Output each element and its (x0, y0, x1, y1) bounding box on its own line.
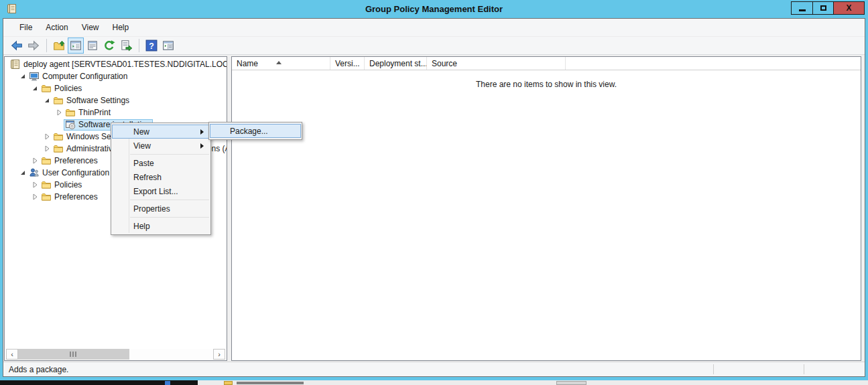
folder-icon (53, 131, 64, 142)
titlebar[interactable]: Group Policy Management Editor X (0, 0, 868, 18)
tree-expander-collapsed-icon[interactable] (42, 132, 52, 141)
menu-item-export-list[interactable]: Export List... (112, 184, 210, 198)
menu-view[interactable]: View (75, 20, 106, 35)
minimize-icon (799, 9, 806, 11)
scrollbar-track[interactable] (129, 349, 213, 360)
tree-expander-expanded-icon[interactable] (42, 96, 52, 105)
menu-item-properties[interactable]: Properties (112, 202, 210, 216)
folder-icon (41, 191, 52, 202)
column-header-versi[interactable]: Versi... (330, 57, 365, 70)
console-tree-toggle-button[interactable] (68, 37, 84, 54)
results-pane: NameVersi...Deployment st...Source There… (231, 56, 861, 361)
tree-item[interactable]: deploy agent [SERVTESAD01.TESTES.NDDIGIT… (5, 58, 227, 70)
folder-icon (53, 143, 64, 154)
menu-item-package[interactable]: Package... (210, 124, 301, 138)
scroll-right-button[interactable]: › (213, 349, 225, 360)
toolbar-separator (139, 39, 139, 52)
menubar: File Action View Help (3, 19, 865, 37)
export-list-button[interactable] (118, 37, 134, 54)
tree-expander-expanded-icon[interactable] (18, 72, 27, 81)
column-header-filler (566, 57, 861, 70)
menu-item-label: Refresh (133, 173, 162, 182)
menu-item-label: New (133, 127, 149, 137)
tree-item-label: deploy agent [SERVTESAD01.TESTES.NDDIGIT… (23, 60, 227, 69)
tree-expander-expanded-icon[interactable] (30, 84, 40, 93)
tree-expander-collapsed-icon[interactable] (42, 144, 52, 153)
tree-expander-collapsed-icon[interactable] (30, 180, 40, 189)
tree-item-label: Policies (54, 84, 82, 93)
forward-button[interactable] (25, 37, 42, 54)
close-icon: X (846, 4, 851, 12)
tree-horizontal-scrollbar[interactable]: ‹ › (6, 349, 225, 360)
refresh-icon (103, 40, 115, 52)
up-one-level-button[interactable] (51, 37, 67, 54)
menu-help[interactable]: Help (106, 20, 136, 35)
tree-item[interactable]: ThinPrint (5, 106, 227, 119)
action-pane-icon (162, 40, 174, 52)
column-label: Versi... (335, 59, 360, 68)
menu-action[interactable]: Action (39, 20, 74, 35)
folder-icon (65, 107, 76, 118)
close-button[interactable]: X (833, 2, 864, 14)
tree-item-label: Preferences (54, 192, 98, 202)
scroll-left-button[interactable]: ‹ (6, 349, 18, 360)
properties-button[interactable] (84, 37, 101, 54)
folder-icon (53, 95, 64, 106)
menu-file[interactable]: File (13, 20, 39, 35)
menu-item-refresh[interactable]: Refresh (112, 170, 210, 184)
tree-expander-none-icon (54, 120, 64, 129)
tree-expander-collapsed-icon[interactable] (30, 156, 40, 165)
column-header-name[interactable]: Name (232, 57, 330, 70)
gpo-icon (10, 59, 21, 70)
column-label: Name (237, 59, 258, 68)
folder-icon (224, 381, 233, 385)
status-message: Adds a package. (9, 365, 68, 374)
tree-expander-collapsed-icon[interactable] (30, 192, 40, 202)
submenu-arrow-icon (200, 129, 204, 135)
export-list-icon (120, 40, 132, 52)
menu-item-view[interactable]: View (112, 139, 210, 153)
menu-item-label: Paste (133, 159, 154, 168)
maximize-icon (820, 5, 826, 11)
background-desktop (0, 380, 868, 385)
minimize-button[interactable] (792, 2, 812, 14)
action-pane-toggle-button[interactable] (160, 37, 176, 54)
help-button[interactable]: ? (143, 37, 160, 54)
computer-icon (29, 71, 40, 82)
column-label: Deployment st... (369, 59, 427, 68)
scrollbar-grip-icon (70, 352, 78, 357)
tree-expander-expanded-icon[interactable] (18, 168, 27, 177)
tree-expander-collapsed-icon[interactable] (54, 108, 64, 117)
statusbar: Adds a package. (3, 362, 865, 376)
menu-item-new[interactable]: New (112, 125, 210, 139)
tree-item[interactable]: Software Settings (5, 94, 227, 106)
background-window-fragment (556, 381, 586, 385)
maximize-button[interactable] (812, 2, 833, 14)
tree-item-label: Preferences (54, 156, 98, 165)
tree-item[interactable]: Computer Configuration (5, 70, 227, 82)
back-button[interactable] (9, 37, 25, 54)
list-header: NameVersi...Deployment st...Source (232, 57, 861, 70)
tree-item-label: Policies (54, 180, 82, 189)
toolbar: ? (3, 37, 865, 55)
submenu-arrow-icon (200, 143, 204, 149)
menu-item-help[interactable]: Help (112, 219, 210, 233)
folder-icon (41, 155, 52, 166)
menu-separator (130, 200, 209, 200)
tree-item[interactable]: Policies (5, 82, 227, 94)
statusbar-separator (713, 364, 714, 374)
scrollbar-thumb[interactable] (18, 349, 129, 360)
svg-text:?: ? (149, 42, 154, 51)
menu-item-label: Package... (230, 127, 268, 136)
menu-item-paste[interactable]: Paste (112, 156, 210, 170)
menu-separator (130, 154, 209, 155)
arrow-right-icon (27, 40, 40, 52)
folder-icon (41, 179, 52, 190)
background-window-fragment (165, 381, 170, 385)
column-header-source[interactable]: Source (427, 57, 566, 70)
refresh-button[interactable] (101, 37, 117, 54)
menu-item-label: View (133, 141, 151, 151)
menu-separator (130, 217, 209, 218)
column-header-deploymentst[interactable]: Deployment st... (365, 57, 427, 70)
window-title: Group Policy Management Editor (0, 4, 868, 14)
